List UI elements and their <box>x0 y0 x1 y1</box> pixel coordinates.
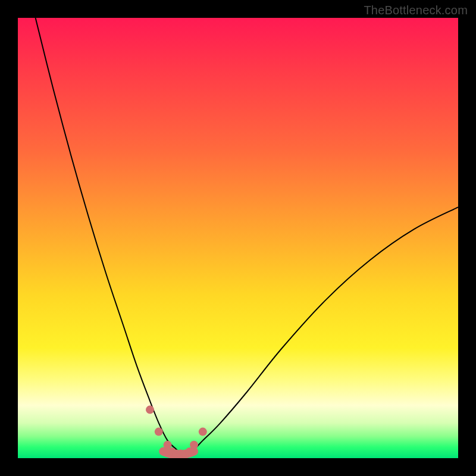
optimal-marker <box>190 441 198 449</box>
chart-frame: TheBottleneck.com <box>0 0 476 476</box>
watermark-text: TheBottleneck.com <box>364 4 468 17</box>
optimal-marker <box>155 428 163 436</box>
optimal-marker <box>199 428 207 436</box>
bottleneck-curve <box>36 18 458 455</box>
bottleneck-curve-path <box>36 18 458 455</box>
curve-svg <box>18 18 458 458</box>
plot-area <box>18 18 458 458</box>
optimal-marker <box>146 406 154 414</box>
